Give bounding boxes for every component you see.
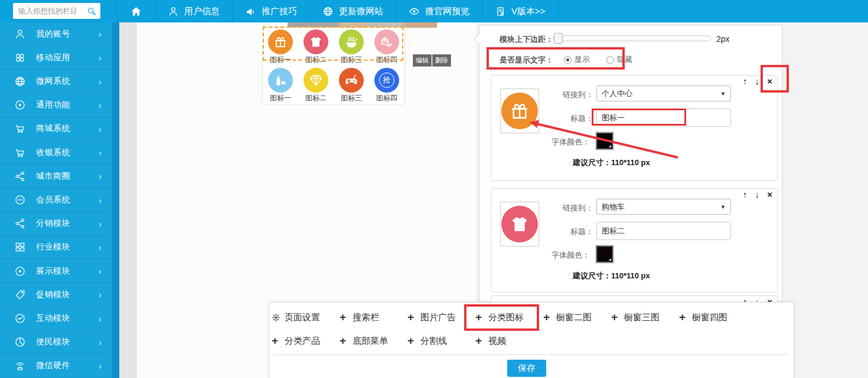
toolbar-button-1-3[interactable]: +分类图标: [475, 312, 543, 323]
sidebar-item-label: 便民模块: [36, 337, 70, 347]
sidebar-item-10[interactable]: 展示模块›: [0, 259, 112, 283]
chevron-right-icon: ›: [99, 242, 102, 252]
suggested-size: 建议尺寸：110*110 px: [573, 271, 650, 281]
toolbar-button-1-2[interactable]: +图片广告: [407, 312, 475, 323]
toolbar-button-2-2[interactable]: +分割线: [407, 336, 475, 347]
icon-item-card-2: ↑ ↓ × 链接到： 购物车 ▼ 标题： 图标二 字体颜色： 建议尺寸：110*…: [491, 188, 778, 292]
plus-icon: +: [407, 337, 416, 346]
move-up-icon[interactable]: ↑: [743, 76, 748, 86]
radio-selected-icon[interactable]: [564, 56, 572, 64]
icon-module-preview[interactable]: 图标一图标二图标三图标四图标一图标二图标三抢图标四: [262, 27, 405, 105]
chevron-right-icon: ›: [99, 290, 102, 300]
sidebar-item-6[interactable]: 城市商圈›: [0, 165, 112, 188]
title-input[interactable]: 图标一: [596, 109, 731, 127]
search-box: [13, 3, 100, 19]
toolbar-button-label: 底部菜单: [353, 336, 388, 347]
tag-icon: [14, 289, 26, 301]
topbar-item-user-info[interactable]: 用户信息: [155, 0, 233, 22]
plus-icon: +: [611, 313, 620, 322]
topbar-item-label: 微官网预览: [425, 6, 469, 17]
toolbar-button-1-5[interactable]: +橱窗三图: [611, 312, 679, 323]
sidebar-item-11[interactable]: 促销模块›: [0, 283, 112, 307]
edit-button[interactable]: 编辑: [413, 54, 432, 67]
cart-icon: [14, 123, 26, 134]
topbar-item-microsite-preview[interactable]: 微官网预览: [396, 0, 482, 22]
move-down-icon[interactable]: ↓: [755, 189, 760, 199]
sidebar-item-5[interactable]: 收银系统›: [0, 141, 112, 165]
toolbar-button-label: 分类产品: [285, 336, 320, 347]
topbar-item-label: V版本>>: [511, 6, 546, 17]
toolbar-button-1-0[interactable]: 页面设置: [272, 312, 340, 323]
cart-icon: [14, 147, 26, 159]
sidebar-item-2[interactable]: 微网系统›: [0, 70, 112, 93]
margin-value: 2px: [716, 34, 730, 44]
link-to-value: 个人中心: [602, 88, 632, 99]
sidebar-item-14[interactable]: 微信硬件›: [0, 354, 112, 378]
vip-icon: VIP: [14, 194, 26, 206]
sidebar-item-label: 行业模块: [36, 242, 70, 252]
sidebar-item-13[interactable]: 便民模块›: [0, 331, 112, 354]
topbar-item-promo-tips[interactable]: 推广技巧: [233, 0, 310, 22]
user-icon: [14, 28, 26, 40]
search-input[interactable]: [13, 7, 86, 15]
noodles-icon: [339, 29, 364, 54]
sidebar-item-8[interactable]: 分销模块›: [0, 212, 112, 236]
preview-icon-2-2[interactable]: 图标二: [298, 66, 334, 104]
remove-icon[interactable]: ×: [767, 76, 772, 86]
toolbar-button-2-0[interactable]: +分类产品: [272, 336, 340, 347]
toolbar-button-1-6[interactable]: +橱窗四图: [679, 312, 747, 323]
diamond-icon: [304, 68, 328, 93]
search-icon[interactable]: [86, 6, 97, 17]
title-input[interactable]: 图标二: [596, 222, 731, 240]
font-color-swatch[interactable]: [596, 246, 613, 262]
chevron-right-icon: ›: [99, 219, 102, 229]
preview-icon-2-3[interactable]: 图标三: [334, 66, 369, 104]
doc-icon: [495, 6, 506, 17]
margin-slider-handle[interactable]: [554, 33, 563, 44]
toolbar-button-1-4[interactable]: +橱窗二图: [543, 312, 611, 323]
title-value: 图标二: [602, 226, 625, 236]
sidebar-edge: [112, 22, 119, 378]
link-to-label: 链接到：: [531, 90, 593, 100]
save-button[interactable]: 保存: [507, 360, 546, 377]
chevron-right-icon: ›: [99, 266, 102, 276]
plus-icon: +: [475, 337, 484, 346]
pie-icon: [14, 336, 26, 348]
preview-icon-1-4[interactable]: 图标四: [369, 28, 404, 66]
chevron-right-icon: ›: [99, 195, 102, 205]
sidebar-item-3[interactable]: 通用功能›: [0, 94, 112, 117]
link-to-select[interactable]: 购物车 ▼: [596, 199, 731, 215]
toolbar-button-2-1[interactable]: +底部菜单: [340, 336, 407, 347]
topbar-item-home[interactable]: [117, 0, 155, 22]
radio-unselected-icon[interactable]: [606, 56, 614, 64]
toolbar-button-1-1[interactable]: +搜索栏: [340, 312, 407, 323]
radio-hide[interactable]: 隐藏: [606, 54, 632, 65]
link-to-select[interactable]: 个人中心 ▼: [596, 86, 731, 101]
toolbar-button-2-3[interactable]: +视频: [475, 336, 543, 347]
toolbar-button-label: 橱窗四图: [692, 312, 727, 323]
margin-slider[interactable]: [553, 35, 711, 41]
chevron-right-icon: ›: [99, 29, 102, 39]
sidebar-item-0[interactable]: 我的账号›: [0, 22, 112, 46]
sidebar-item-9[interactable]: 行业模块›: [0, 236, 112, 259]
delete-button[interactable]: 删除: [432, 54, 451, 67]
move-down-icon[interactable]: ↓: [755, 76, 760, 86]
preview-icon-2-1[interactable]: 图标一: [263, 66, 298, 104]
remove-icon[interactable]: ×: [767, 189, 772, 199]
plus-icon: +: [543, 313, 552, 322]
preview-icon-1-3[interactable]: 图标三: [334, 28, 369, 66]
sidebar-item-4[interactable]: 商城系统›: [0, 117, 112, 141]
sidebar-item-12[interactable]: 互动模块›: [0, 307, 112, 330]
topbar: 用户信息推广技巧更新微网站微官网预览V版本>>: [0, 0, 868, 22]
topbar-item-v-version[interactable]: V版本>>: [482, 0, 559, 22]
preview-icon-2-4[interactable]: 抢图标四: [369, 66, 404, 104]
sidebar-item-7[interactable]: VIP会员系统›: [0, 188, 112, 212]
sidebar-item-1[interactable]: 移动应用›: [0, 46, 112, 70]
radio-show[interactable]: 显示: [564, 54, 590, 65]
radio-hide-label: 隐藏: [617, 54, 632, 65]
topbar-item-update-microsite[interactable]: 更新微网站: [310, 0, 396, 22]
preview-icon-1-2[interactable]: 图标二: [298, 28, 334, 66]
move-up-icon[interactable]: ↑: [743, 189, 748, 199]
font-color-swatch[interactable]: [596, 133, 613, 149]
preview-icon-1-1[interactable]: 图标一: [263, 28, 298, 66]
